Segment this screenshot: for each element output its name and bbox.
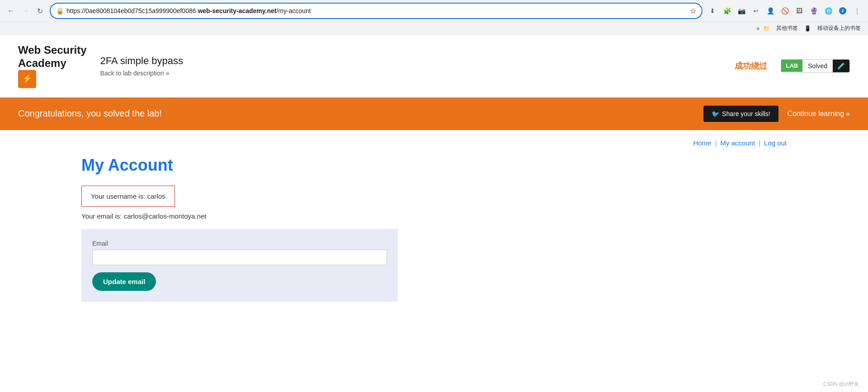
browser-chrome: ← → ↻ 🔒 https://0ae8008104eb0d75c15a9999…	[0, 0, 868, 35]
chevron-right-icon: »	[165, 70, 169, 77]
email-info: Your email is: carlos@carlos-montoya.net	[81, 212, 787, 220]
email-form-section: Email Update email	[81, 229, 398, 302]
block-icon[interactable]: 🚫	[778, 5, 791, 17]
mobile-bookmarks[interactable]: 移动设备上的书签	[815, 23, 863, 33]
success-text: 成功绕过	[735, 61, 767, 71]
url-display: https://0ae8008104eb0d75c15a999900ef0086…	[66, 7, 687, 14]
username-box: Your username is: carlos	[81, 186, 175, 207]
lab-badge: LAB Solved 🧪	[781, 59, 850, 73]
nav-separator-1: |	[715, 139, 717, 147]
twitter-icon: 🐦	[712, 110, 719, 117]
lab-title: 2FA simple bypass	[100, 55, 722, 67]
security-icon: 🔒	[56, 7, 64, 14]
congrats-text: Congratulations, you solved the lab!	[18, 108, 162, 119]
forward-button[interactable]: →	[19, 5, 32, 17]
page-heading: My Account	[81, 156, 787, 175]
site-header: Web Security Academy ⚡ 2FA simple bypass…	[0, 35, 868, 98]
double-chevron-icon: »	[846, 110, 850, 118]
logo: Web Security Academy ⚡	[18, 44, 87, 88]
logo-text: Web Security Academy ⚡	[18, 44, 87, 88]
continue-learning-link[interactable]: Continue learning »	[788, 110, 850, 118]
update-email-button[interactable]: Update email	[92, 272, 156, 291]
avatar-icon[interactable]: 🖼	[793, 5, 806, 17]
banner-actions: 🐦 Share your skills! Continue learning »	[703, 106, 850, 122]
back-button[interactable]: ←	[5, 5, 17, 17]
log-out-link[interactable]: Log out	[764, 139, 787, 147]
counter-icon[interactable]: 2	[836, 5, 849, 17]
folder-icon: 📁	[763, 25, 770, 32]
home-link[interactable]: Home	[693, 139, 711, 147]
other-bookmarks[interactable]: 其他书签	[774, 23, 801, 33]
congrats-banner: Congratulations, you solved the lab! 🐦 S…	[0, 98, 868, 130]
bottom-attribution: CSDN @yh野良	[823, 381, 859, 387]
nav-links: Home | My account | Log out	[81, 139, 787, 147]
star-icon: ☆	[690, 7, 696, 15]
share-button[interactable]: 🐦 Share your skills!	[703, 106, 778, 122]
lab-badge-status: Solved	[802, 60, 833, 72]
lab-badge-label: LAB	[781, 60, 802, 72]
nav-buttons: ← → ↻	[5, 5, 46, 17]
browser-actions: ⬇ 🧩 📷 ↩ 👤 🚫 🖼 🔮 🌐 2 ⋮	[706, 5, 863, 17]
reload-button[interactable]: ↻	[33, 5, 46, 17]
lab-badge-flask-icon: 🧪	[833, 60, 849, 72]
more-bookmarks[interactable]: »	[756, 25, 760, 32]
my-account-link[interactable]: My account	[720, 139, 755, 147]
nav-separator-2: |	[759, 139, 760, 147]
menu-icon[interactable]: ⋮	[851, 5, 863, 17]
profile-icon[interactable]: 👤	[764, 5, 777, 17]
mobile-folder-icon: 📱	[804, 25, 811, 32]
address-bar[interactable]: 🔒 https://0ae8008104eb0d75c15a999900ef00…	[50, 3, 703, 19]
email-input[interactable]	[92, 250, 387, 265]
puzzle-icon[interactable]: 🔮	[807, 5, 820, 17]
page-content: Web Security Academy ⚡ 2FA simple bypass…	[0, 35, 868, 392]
back-to-lab-link[interactable]: Back to lab description »	[100, 70, 722, 77]
screenshot-icon[interactable]: 📷	[735, 5, 748, 17]
main-content: Home | My account | Log out My Account Y…	[0, 130, 868, 311]
extensions-icon[interactable]: 🧩	[721, 5, 733, 17]
email-field-label: Email	[92, 240, 387, 247]
logo-icon: ⚡	[18, 70, 36, 88]
browser-toolbar: ← → ↻ 🔒 https://0ae8008104eb0d75c15a9999…	[0, 0, 868, 22]
history-icon[interactable]: ↩	[750, 5, 762, 17]
header-center: 2FA simple bypass Back to lab descriptio…	[100, 55, 722, 77]
download-icon[interactable]: ⬇	[706, 5, 719, 17]
globe-icon[interactable]: 🌐	[822, 5, 835, 17]
bookmarks-bar: » 📁 其他书签 📱 移动设备上的书签	[0, 22, 868, 34]
